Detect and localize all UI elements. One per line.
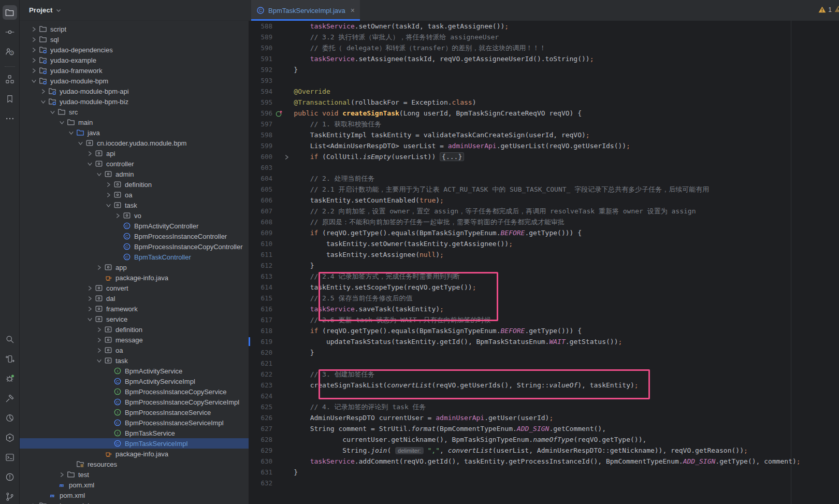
chevron-expanded-icon[interactable]: [85, 314, 94, 324]
code-line[interactable]: 605// 2.1 开启计数功能，主要用于为了让表 ACT_RU_TASK 中的…: [249, 184, 839, 195]
tree-row[interactable]: IBpmProcessInstanceCopyService: [20, 386, 249, 397]
chevron-expanded-icon[interactable]: [85, 159, 94, 168]
line-number[interactable]: 618: [249, 325, 272, 336]
project-tree[interactable]: scriptsqlyudao-dependenciesyudao-example…: [20, 21, 249, 504]
tree-row[interactable]: mpom.xml: [20, 490, 249, 500]
tree-row[interactable]: yudao-example: [20, 55, 249, 65]
code-line[interactable]: 589// 3.2 执行转派（审批人），将任务转派给 assigneeUser: [249, 32, 839, 42]
tree-row[interactable]: CBpmProcessInstanceController: [20, 231, 249, 241]
tree-row[interactable]: admin: [20, 169, 249, 179]
structure-icon[interactable]: [3, 72, 17, 87]
line-number[interactable]: 615: [249, 293, 272, 304]
line-number[interactable]: 619: [249, 336, 272, 347]
debug-icon[interactable]: [3, 371, 17, 386]
tree-row[interactable]: definition: [20, 324, 249, 335]
line-number[interactable]: 594: [249, 86, 272, 97]
code-line[interactable]: 631}: [249, 467, 839, 478]
line-number[interactable]: 600: [249, 151, 272, 162]
chevron-collapsed-icon[interactable]: [85, 294, 94, 303]
chevron-collapsed-icon[interactable]: [38, 87, 48, 96]
chevron-expanded-icon[interactable]: [29, 76, 38, 85]
line-number[interactable]: 613: [249, 271, 272, 282]
line-number[interactable]: 632: [249, 478, 272, 488]
chevron-collapsed-icon[interactable]: [57, 470, 66, 479]
tree-row[interactable]: main: [20, 117, 249, 127]
tree-row[interactable]: task: [20, 200, 249, 210]
chevron-collapsed-icon[interactable]: [85, 304, 94, 313]
chevron-collapsed-icon[interactable]: [85, 149, 94, 158]
line-number[interactable]: 614: [249, 282, 272, 293]
line-number[interactable]: 596: [249, 108, 272, 119]
profiler-icon[interactable]: [3, 411, 17, 425]
line-number[interactable]: 622: [249, 369, 272, 380]
code-line[interactable]: 617// 2.6 更新 task 状态为 WAIT，只有在向前加签的时候: [249, 314, 839, 325]
line-number[interactable]: 606: [249, 195, 272, 206]
chevron-collapsed-icon[interactable]: [94, 345, 104, 355]
code-line[interactable]: 622// 3. 创建加签任务: [249, 369, 839, 380]
tree-row[interactable]: java: [20, 127, 249, 138]
code-line[interactable]: 620}: [249, 347, 839, 358]
tree-row[interactable]: yudao-module-bpm: [20, 76, 249, 86]
line-number[interactable]: 590: [249, 42, 272, 53]
tree-row[interactable]: vo: [20, 210, 249, 221]
code-line[interactable]: 609if (reqVO.getType().equals(BpmTaskSig…: [249, 227, 839, 238]
chevron-collapsed-icon[interactable]: [94, 325, 104, 334]
tree-row[interactable]: IBpmProcessInstanceService: [20, 407, 249, 417]
code-line[interactable]: 614taskEntity.setScopeType(reqVO.getType…: [249, 282, 839, 293]
code-line[interactable]: 629String.join( delimiter: ",", convertL…: [249, 445, 839, 456]
problems-icon[interactable]: [3, 470, 17, 484]
chevron-collapsed-icon[interactable]: [85, 283, 94, 293]
code-line[interactable]: 626AdminUserRespDTO currentUser = adminU…: [249, 412, 839, 423]
pull-requests-icon[interactable]: ?: [3, 45, 17, 59]
tree-row[interactable]: definition: [20, 179, 249, 190]
code-line[interactable]: 590// 委托（ delegate）和转派（transfer）的差别，就在这块…: [249, 42, 839, 53]
code-line[interactable]: 591taskService.setAssignee(taskId, reqVO…: [249, 53, 839, 64]
code-line[interactable]: 592}: [249, 64, 839, 75]
tree-row[interactable]: test: [20, 469, 249, 480]
tree-row[interactable]: service: [20, 314, 249, 324]
tree-row[interactable]: yudao-module-crm: [20, 500, 249, 504]
code-line[interactable]: 588taskService.setOwner(taskId, task.get…: [249, 21, 839, 32]
code-line[interactable]: 595@Transactional(rollbackFor = Exceptio…: [249, 97, 839, 108]
code-line[interactable]: 627String comment = StrUtil.format(BpmCo…: [249, 423, 839, 434]
tree-row[interactable]: dal: [20, 293, 249, 304]
tree-row[interactable]: IBpmTaskService: [20, 428, 249, 438]
git-icon[interactable]: [3, 489, 17, 504]
code-line[interactable]: 615// 2.5 保存当前任务修改后的值: [249, 293, 839, 304]
chevron-collapsed-icon[interactable]: [94, 263, 104, 272]
code-line[interactable]: 624: [249, 391, 839, 401]
line-number[interactable]: 626: [249, 412, 272, 423]
line-number[interactable]: 623: [249, 380, 272, 391]
tree-row[interactable]: CBpmProcessInstanceServiceImpl: [20, 417, 249, 428]
tree-row[interactable]: sql: [20, 34, 249, 45]
code-line[interactable]: 623createSignTaskList(convertList(reqVO.…: [249, 380, 839, 391]
chevron-expanded-icon[interactable]: [66, 128, 76, 137]
code-line[interactable]: 613// 2.4 记录加签方式，完成任务时需要用到判断: [249, 271, 839, 282]
code-line[interactable]: 628currentUser.getNickname(), BpmTaskSig…: [249, 434, 839, 445]
line-number[interactable]: 624: [249, 391, 272, 401]
line-number[interactable]: 595: [249, 97, 272, 108]
tree-row[interactable]: yudao-module-bpm-biz: [20, 96, 249, 107]
editor-tab[interactable]: C BpmTaskServiceImpl.java ×: [251, 0, 360, 21]
line-number[interactable]: 608: [249, 217, 272, 227]
line-number[interactable]: 628: [249, 434, 272, 445]
inspections-widget[interactable]: 1: [818, 0, 832, 19]
code-editor[interactable]: 588taskService.setOwner(taskId, task.get…: [249, 21, 839, 504]
chevron-collapsed-icon[interactable]: [29, 501, 38, 504]
tree-row[interactable]: CBpmActivityController: [20, 221, 249, 231]
tree-row[interactable]: convert: [20, 283, 249, 293]
code-line[interactable]: 608// 原因是：不能和向前加签的子任务一起审批，需要等前面的子任务都完成才能…: [249, 217, 839, 227]
tree-row[interactable]: yudao-framework: [20, 65, 249, 76]
tree-row[interactable]: CBpmActivityServiceImpl: [20, 376, 249, 386]
code-line[interactable]: 599List<AdminUserRespDTO> userList = adm…: [249, 140, 839, 151]
line-number[interactable]: 612: [249, 260, 272, 271]
chevron-collapsed-icon[interactable]: [94, 335, 104, 344]
line-number[interactable]: 604: [249, 173, 272, 184]
line-number[interactable]: 589: [249, 32, 272, 42]
chevron-expanded-icon[interactable]: [38, 97, 48, 106]
code-line[interactable]: 619updateTaskStatus(taskEntity.getId(), …: [249, 336, 839, 347]
line-number[interactable]: 599: [249, 140, 272, 151]
chevron-expanded-icon[interactable]: [104, 200, 113, 210]
tree-row[interactable]: api: [20, 148, 249, 159]
code-line[interactable]: 612}: [249, 260, 839, 271]
